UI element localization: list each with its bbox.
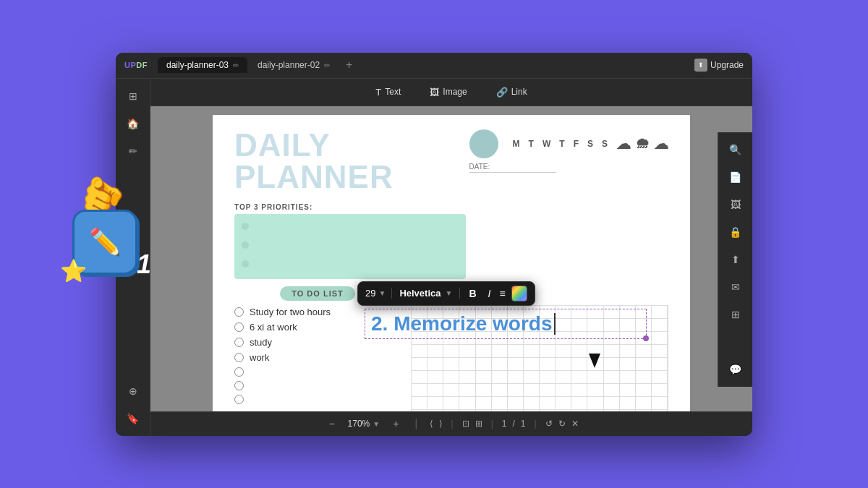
nav-prev-arrow[interactable]: ⟨ — [430, 419, 433, 429]
notes-cell — [492, 358, 508, 371]
right-btn-lock[interactable]: 🔒 — [724, 221, 747, 244]
days-row: M T W T F S S ☁ 🌧 — [469, 129, 668, 158]
app-window: UPDF daily-planner-03 ✏ daily-planner-02… — [116, 53, 752, 436]
notes-cell — [652, 332, 668, 345]
text-editing-container[interactable]: 2. Memorize words — [365, 309, 647, 339]
notes-cell — [652, 397, 668, 410]
notes-cell — [524, 358, 540, 371]
notes-cell — [540, 371, 556, 384]
todo-circle-1[interactable] — [234, 307, 244, 317]
notes-cell — [459, 384, 475, 397]
right-btn-comment[interactable]: 💬 — [724, 358, 747, 381]
right-sidebar: 🔍 📄 🖼 🔒 ⬆ ✉ ⊞ 💬 — [718, 132, 752, 387]
notes-cell — [412, 384, 427, 397]
title-bar: UPDF daily-planner-03 ✏ daily-planner-02… — [116, 53, 752, 79]
todo-circle-6[interactable] — [234, 381, 244, 390]
notes-cell — [636, 397, 652, 410]
notes-cell — [636, 384, 652, 397]
right-btn-image2[interactable]: 🖼 — [724, 193, 747, 216]
right-btn-share[interactable]: ⬆ — [724, 248, 747, 271]
todo-circle-4[interactable] — [234, 353, 244, 362]
notes-cell — [427, 358, 443, 371]
notes-cell — [443, 345, 459, 358]
notes-cell — [587, 397, 603, 410]
tab-daily-planner-02[interactable]: daily-planner-02 ✏ — [249, 57, 339, 73]
notes-cell — [412, 410, 427, 411]
todo-circle-2[interactable] — [234, 322, 244, 332]
document-area: DAILY PLANNER M T W T F — [150, 106, 752, 411]
upgrade-button[interactable]: ⬆ Upgrade — [694, 59, 744, 72]
sidebar-btn-home[interactable]: ⊞ — [122, 85, 145, 108]
priority-dot-1 — [242, 223, 249, 230]
tab-daily-planner-03[interactable]: daily-planner-03 ✏ — [158, 57, 247, 73]
toolbar-image[interactable]: 🖼 Image — [424, 84, 472, 100]
notes-cell — [524, 384, 540, 397]
notes-cell — [571, 345, 587, 358]
notes-cell — [571, 410, 587, 411]
notes-cell — [508, 397, 524, 410]
italic-button[interactable]: I — [485, 286, 494, 301]
notes-cell — [540, 384, 556, 397]
zoom-out-button[interactable]: − — [324, 416, 339, 431]
notes-cell — [652, 345, 668, 358]
notes-cell — [524, 397, 540, 410]
toolbar-link[interactable]: 🔗 Link — [490, 84, 533, 100]
notes-cell — [427, 371, 443, 384]
right-btn-doc[interactable]: 📄 — [724, 166, 747, 189]
notes-cell — [443, 371, 459, 384]
priority-item-3 — [242, 256, 459, 272]
notes-cell — [604, 358, 620, 371]
bottom-bar: − 170% ▼ + | ⟨ ⟩ | ⊡ ⊞ | 1 / 1 | — [150, 411, 752, 436]
priority-item-2 — [242, 237, 459, 253]
priority-item-1 — [242, 218, 459, 234]
todo-circle-7[interactable] — [234, 395, 244, 404]
notes-cell — [620, 358, 636, 371]
color-picker-button[interactable] — [511, 286, 527, 301]
resize-handle[interactable] — [643, 335, 649, 341]
nav-next-arrow[interactable]: ⟩ — [439, 419, 443, 429]
font-size-dropdown-arrow: ▼ — [378, 289, 386, 297]
right-btn-grid[interactable]: ⊞ — [724, 303, 747, 326]
mouse-cursor — [589, 354, 600, 368]
align-button[interactable]: ≡ — [499, 288, 505, 299]
toolbar-text[interactable]: T Text — [370, 84, 407, 100]
zoom-in-button[interactable]: + — [388, 416, 403, 431]
notes-cell — [412, 397, 427, 410]
fit-width-btn[interactable]: ⊡ — [462, 419, 469, 429]
todo-item-4: work — [234, 352, 401, 363]
notes-cell — [587, 410, 603, 411]
notes-cell — [459, 358, 475, 371]
rotate-left-btn[interactable]: ↺ — [545, 419, 553, 429]
mood-bubble — [469, 129, 498, 158]
notes-cell — [604, 345, 620, 358]
fit-page-btn[interactable]: ⊞ — [475, 419, 482, 429]
editing-text: 2. Memorize words — [371, 312, 640, 335]
font-family-control[interactable]: Helvetica ▼ — [391, 288, 460, 299]
date-line: DATE: — [469, 163, 556, 173]
todo-item-6 — [234, 381, 401, 390]
sidebar-btn-layers[interactable]: ⊕ — [122, 380, 145, 403]
bold-button[interactable]: B — [466, 286, 479, 301]
right-btn-search[interactable]: 🔍 — [724, 138, 747, 161]
todo-circle-3[interactable] — [234, 338, 244, 347]
sidebar-btn-bookmark[interactable]: 🔖 — [122, 407, 145, 430]
notes-cell — [620, 371, 636, 384]
text-icon: T — [375, 87, 381, 98]
notes-cell — [540, 345, 556, 358]
sidebar-btn-edit[interactable]: ✏ — [122, 140, 145, 163]
image-icon: 🖼 — [430, 87, 439, 98]
right-btn-mail[interactable]: ✉ — [724, 275, 747, 299]
text-cursor — [554, 313, 556, 335]
priority-highlight-bar — [234, 214, 466, 279]
cloud-icon-3: ☁ — [654, 135, 668, 153]
notes-cell — [540, 397, 556, 410]
sidebar-btn-pages[interactable]: 🏠 — [122, 112, 145, 135]
font-size-control[interactable]: 29 ▼ — [365, 288, 386, 299]
todo-circle-5[interactable] — [234, 367, 244, 377]
close-btn[interactable]: ✕ — [571, 419, 579, 429]
rotate-right-btn[interactable]: ↻ — [558, 419, 566, 429]
add-tab-button[interactable]: + — [340, 59, 358, 72]
notes-cell — [652, 384, 668, 397]
notes-cell — [604, 371, 620, 384]
notes-cell — [412, 371, 427, 384]
